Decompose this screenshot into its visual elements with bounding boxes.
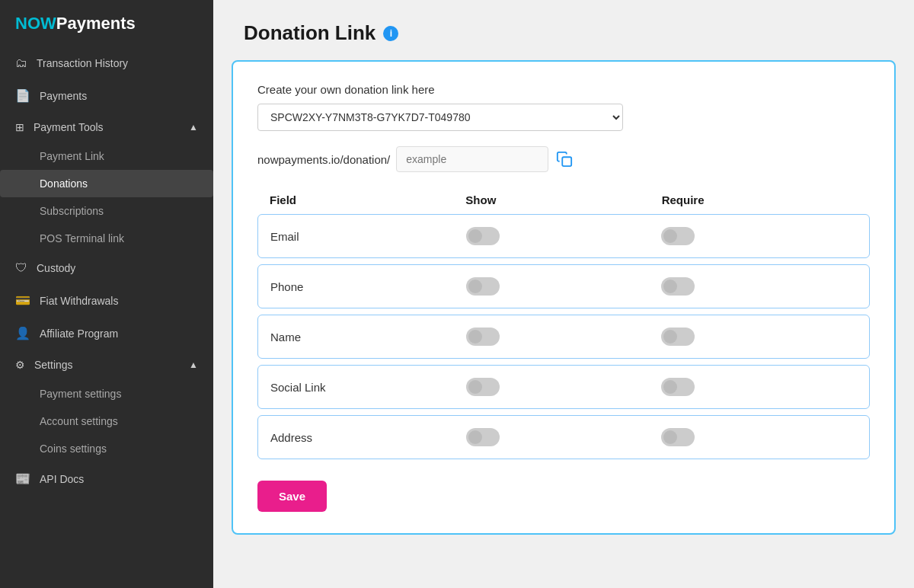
sidebar-item-label: Payments (40, 90, 87, 102)
sidebar-item-settings[interactable]: ⚙ Settings ▲ (0, 350, 213, 380)
sidebar-item-label: Custody (37, 262, 75, 274)
submenu-label: Payment settings (40, 388, 121, 400)
col-require: Require (662, 193, 858, 206)
field-name-address: Address (270, 431, 466, 444)
col-show: Show (465, 193, 661, 206)
fields-header: Field Show Require (257, 193, 870, 214)
settings-icon: ⚙ (15, 359, 25, 371)
save-button[interactable]: Save (257, 481, 327, 512)
field-name-email: Email (270, 230, 466, 243)
sidebar-item-payment-settings[interactable]: Payment settings (0, 380, 213, 407)
logo-now: NOW (15, 14, 56, 33)
sidebar-item-subscriptions[interactable]: Subscriptions (0, 197, 213, 225)
toggle-show-name[interactable] (466, 328, 500, 346)
submenu-label: Account settings (40, 415, 118, 427)
submenu-label: Coins settings (40, 443, 107, 455)
field-name-phone: Phone (270, 280, 466, 293)
submenu-label: POS Terminal link (40, 232, 124, 244)
info-icon[interactable]: i (383, 26, 398, 41)
sidebar-item-coins-settings[interactable]: Coins settings (0, 435, 213, 462)
toggle-require-social-link[interactable] (661, 378, 695, 396)
sidebar-item-label: Transaction History (37, 57, 128, 69)
sidebar-item-affiliate-program[interactable]: 👤 Affiliate Program (0, 317, 213, 350)
fiat-icon: 💳 (15, 293, 30, 308)
field-row-address: Address (257, 415, 870, 459)
sidebar-item-label: Affiliate Program (40, 328, 118, 340)
history-icon: 🗂 (15, 56, 27, 70)
url-slug-input[interactable] (396, 146, 548, 172)
field-name-social-link: Social Link (270, 381, 466, 394)
page-header: Donation Link i (213, 0, 914, 60)
sidebar-item-label: Settings (34, 359, 73, 371)
sidebar-item-label: Payment Tools (34, 121, 104, 133)
sidebar-item-transaction-history[interactable]: 🗂 Transaction History (0, 47, 213, 79)
toggle-show-social-link[interactable] (466, 378, 500, 396)
sidebar-item-pos-terminal-link[interactable]: POS Terminal link (0, 225, 213, 252)
api-docs-icon: 📰 (15, 471, 30, 486)
affiliate-icon: 👤 (15, 326, 30, 340)
toggle-require-email[interactable] (661, 227, 695, 245)
field-row-social-link: Social Link (257, 365, 870, 409)
sidebar-item-api-docs[interactable]: 📰 API Docs (0, 462, 213, 495)
sidebar-item-payment-tools[interactable]: ⊞ Payment Tools ▲ (0, 112, 213, 142)
chevron-up-icon: ▲ (189, 122, 198, 133)
copy-icon (556, 151, 573, 168)
sidebar-item-payment-link[interactable]: Payment Link (0, 142, 213, 170)
sidebar-item-donations[interactable]: Donations (0, 170, 213, 197)
wallet-select[interactable]: SPCW2XY-Y7NM3T8-G7YK7D7-T049780 (257, 104, 623, 131)
toggle-show-phone[interactable] (466, 277, 500, 296)
field-row-phone: Phone (257, 264, 870, 308)
main-content: Donation Link i Create your own donation… (213, 0, 914, 588)
submenu-label: Subscriptions (40, 205, 104, 217)
toggle-require-phone[interactable] (661, 277, 695, 296)
fields-container: Email Phone Name (257, 214, 870, 459)
submenu-label: Donations (40, 177, 88, 190)
sidebar-item-label: API Docs (40, 473, 84, 485)
sidebar-item-payments[interactable]: 📄 Payments (0, 79, 213, 112)
chevron-up-icon: ▲ (189, 360, 198, 370)
page-title: Donation Link (244, 21, 376, 45)
sidebar-item-custody[interactable]: 🛡 Custody (0, 252, 213, 284)
toggle-show-email[interactable] (466, 227, 500, 245)
url-prefix: nowpayments.io/donation/ (257, 153, 390, 166)
toggle-require-name[interactable] (661, 328, 695, 346)
field-row-email: Email (257, 214, 870, 258)
create-label: Create your own donation link here (257, 83, 870, 96)
donation-link-card: Create your own donation link here SPCW2… (232, 60, 896, 535)
donation-url-row: nowpayments.io/donation/ (257, 146, 870, 172)
field-row-name: Name (257, 315, 870, 359)
logo-payments: Payments (56, 14, 136, 33)
sidebar-item-account-settings[interactable]: Account settings (0, 407, 213, 435)
logo: NOWPayments (0, 0, 213, 47)
col-field: Field (270, 193, 465, 206)
sidebar-item-fiat-withdrawals[interactable]: 💳 Fiat Withdrawals (0, 284, 213, 317)
payments-icon: 📄 (15, 88, 30, 103)
toggle-show-address[interactable] (466, 428, 500, 446)
custody-icon: 🛡 (15, 261, 27, 275)
copy-button[interactable] (556, 151, 573, 168)
sidebar-item-label: Fiat Withdrawals (40, 295, 118, 307)
field-name-name: Name (270, 331, 466, 344)
submenu-label: Payment Link (40, 150, 104, 162)
tools-icon: ⊞ (15, 121, 24, 133)
toggle-require-address[interactable] (661, 428, 695, 446)
svg-rect-0 (563, 157, 572, 166)
sidebar: NOWPayments 🗂 Transaction History 📄 Paym… (0, 0, 213, 588)
